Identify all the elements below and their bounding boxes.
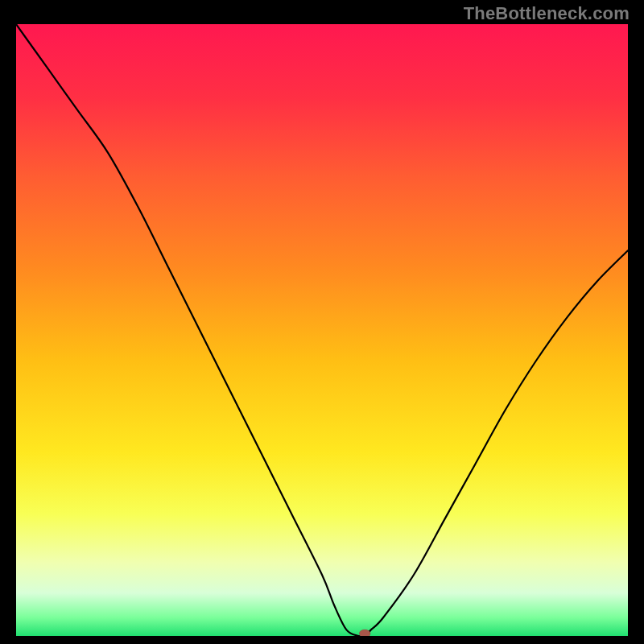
chart-svg: [16, 24, 628, 636]
watermark-label: TheBottleneck.com: [464, 3, 630, 24]
chart-background: [16, 24, 628, 636]
chart-marker: [359, 630, 370, 636]
chart-plot: [16, 24, 628, 636]
chart-frame: TheBottleneck.com: [0, 0, 644, 644]
